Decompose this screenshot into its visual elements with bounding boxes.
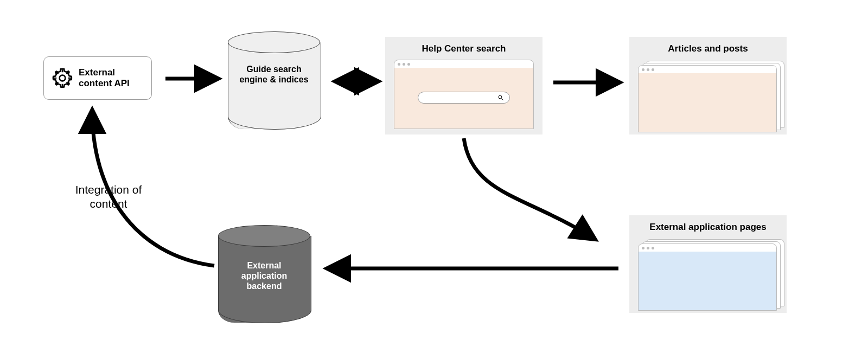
node-external-application-backend: External application backend (218, 225, 310, 323)
node-external-content-api: External content API (43, 56, 152, 100)
svg-point-0 (60, 75, 66, 81)
browser-mock (638, 243, 777, 311)
node-articles-and-posts: Articles and posts (629, 37, 787, 134)
node-label: External content API (79, 67, 144, 88)
diagram-canvas: External content API Guide search engine… (0, 0, 868, 359)
edge-helpcenter-to-extpages (464, 138, 594, 239)
panel-title: Articles and posts (638, 43, 778, 54)
svg-line-2 (502, 99, 503, 100)
node-external-application-pages: External application pages (629, 215, 787, 313)
window-controls-icon (394, 60, 533, 68)
edge-label-integration: Integration of content (71, 183, 146, 211)
node-help-center-search: Help Center search (385, 37, 542, 134)
browser-mock (638, 65, 777, 132)
window-controls-icon (639, 66, 776, 73)
window-controls-icon (639, 244, 776, 252)
search-icon (497, 94, 504, 101)
node-guide-search-db: Guide search engine & indices (228, 31, 320, 129)
browser-mock (394, 60, 534, 129)
panel-title: Help Center search (394, 43, 534, 54)
node-label: External application backend (218, 260, 310, 292)
svg-point-1 (499, 95, 502, 99)
search-input-mock (418, 92, 510, 104)
gear-icon (52, 67, 73, 89)
node-label: Guide search engine & indices (228, 64, 320, 85)
panel-title: External application pages (638, 222, 778, 233)
